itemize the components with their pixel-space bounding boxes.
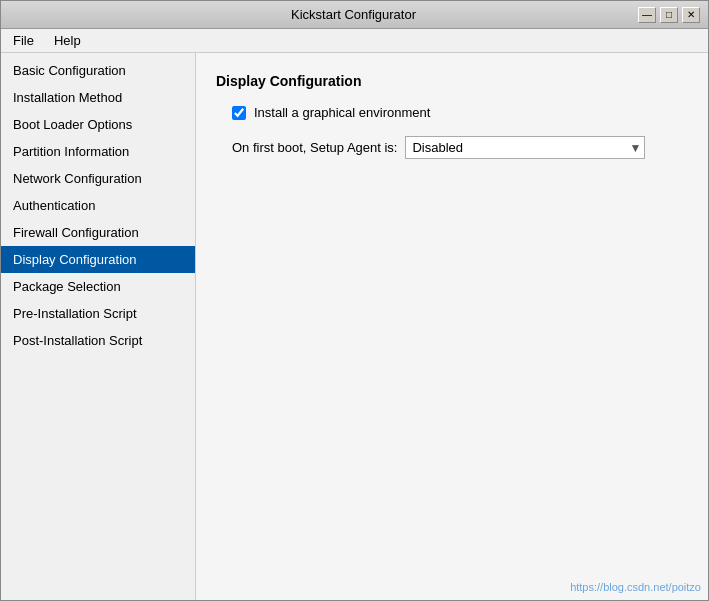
menu-help[interactable]: Help	[46, 31, 89, 50]
sidebar-item-basic-configuration[interactable]: Basic Configuration	[1, 57, 195, 84]
sidebar-item-authentication[interactable]: Authentication	[1, 192, 195, 219]
window-title: Kickstart Configurator	[69, 7, 638, 22]
setup-agent-dropdown-wrapper: Disabled Enabled Enabled once ▼	[405, 136, 645, 159]
sidebar-item-display-configuration[interactable]: Display Configuration	[1, 246, 195, 273]
minimize-button[interactable]: —	[638, 7, 656, 23]
sidebar-item-package-selection[interactable]: Package Selection	[1, 273, 195, 300]
window-controls: — □ ✕	[638, 7, 700, 23]
section-title: Display Configuration	[216, 73, 688, 89]
sidebar-item-pre-installation-script[interactable]: Pre-Installation Script	[1, 300, 195, 327]
main-window: Kickstart Configurator — □ ✕ File Help B…	[0, 0, 709, 601]
sidebar-item-firewall-configuration[interactable]: Firewall Configuration	[1, 219, 195, 246]
setup-agent-label: On first boot, Setup Agent is:	[216, 140, 397, 155]
sidebar: Basic Configuration Installation Method …	[1, 53, 196, 600]
graphical-env-row: Install a graphical environment	[216, 105, 688, 120]
sidebar-item-network-configuration[interactable]: Network Configuration	[1, 165, 195, 192]
title-bar: Kickstart Configurator — □ ✕	[1, 1, 708, 29]
watermark: https://blog.csdn.net/poitzo	[570, 581, 701, 593]
main-panel: Display Configuration Install a graphica…	[196, 53, 708, 600]
maximize-button[interactable]: □	[660, 7, 678, 23]
setup-agent-select[interactable]: Disabled Enabled Enabled once	[405, 136, 645, 159]
sidebar-item-installation-method[interactable]: Installation Method	[1, 84, 195, 111]
close-button[interactable]: ✕	[682, 7, 700, 23]
menu-file[interactable]: File	[5, 31, 42, 50]
content-area: Basic Configuration Installation Method …	[1, 53, 708, 600]
graphical-env-label: Install a graphical environment	[254, 105, 430, 120]
sidebar-item-boot-loader-options[interactable]: Boot Loader Options	[1, 111, 195, 138]
sidebar-item-post-installation-script[interactable]: Post-Installation Script	[1, 327, 195, 354]
sidebar-item-partition-information[interactable]: Partition Information	[1, 138, 195, 165]
graphical-env-checkbox[interactable]	[232, 106, 246, 120]
setup-agent-row: On first boot, Setup Agent is: Disabled …	[216, 136, 688, 159]
menu-bar: File Help	[1, 29, 708, 53]
